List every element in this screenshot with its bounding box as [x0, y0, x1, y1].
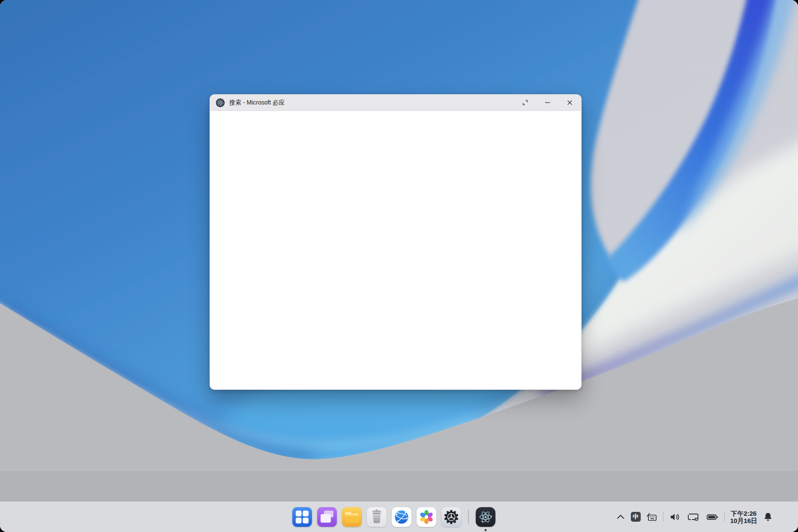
- dock-item-multitasking-view[interactable]: [317, 507, 337, 527]
- maximize-icon: [522, 99, 528, 106]
- battery-icon: [706, 512, 719, 522]
- dock-item-trash[interactable]: [367, 507, 387, 527]
- app-grid-icon: [292, 507, 312, 527]
- window-title: 搜索 - Microsoft 必应: [229, 99, 285, 107]
- trash-can-icon: [367, 507, 387, 527]
- onscreen-keyboard-button[interactable]: [646, 512, 657, 522]
- globe-network-icon: [392, 507, 411, 527]
- volume-button[interactable]: [669, 512, 681, 522]
- atom-icon: [476, 507, 495, 527]
- volume-icon: [669, 512, 681, 522]
- dock-separator: [468, 510, 469, 524]
- dock-item-app-store[interactable]: [417, 507, 436, 527]
- minimize-button[interactable]: [538, 95, 556, 111]
- dock-item-app-grid[interactable]: [292, 507, 312, 527]
- tray-separator: [663, 512, 663, 522]
- gear-icon: [441, 507, 461, 527]
- bell-icon: [763, 511, 773, 523]
- tray-separator: [724, 512, 725, 522]
- browser-window: 搜索 - Microsoft 必应: [210, 94, 582, 390]
- close-button[interactable]: [561, 95, 579, 111]
- page-content-blank: [210, 111, 581, 389]
- close-icon: [567, 99, 573, 106]
- battery-button[interactable]: [706, 512, 719, 522]
- dock: [292, 507, 495, 527]
- dock-item-electron-app[interactable]: [476, 507, 495, 527]
- tray-expand-button[interactable]: [616, 513, 625, 521]
- running-indicator-dot: [485, 529, 487, 531]
- flower-pinwheel-icon: [417, 507, 436, 527]
- input-method-badge: 中: [631, 512, 641, 522]
- taskbar: 中: [0, 501, 798, 532]
- clock-time: 下午2:26: [731, 510, 756, 517]
- dock-item-file-manager[interactable]: [342, 507, 362, 527]
- notification-center-button[interactable]: [763, 511, 773, 523]
- input-method-indicator[interactable]: 中: [631, 512, 641, 522]
- display-cast-button[interactable]: [687, 512, 700, 522]
- onscreen-keyboard-icon: [646, 512, 657, 522]
- overlapping-windows-icon: [317, 507, 337, 527]
- dock-item-control-center[interactable]: [441, 507, 461, 527]
- folder-icon: [342, 507, 362, 527]
- system-tray: 中: [616, 510, 773, 524]
- maximize-button[interactable]: [516, 95, 534, 111]
- launcher-ring-icon[interactable]: [6, 509, 21, 524]
- desktop-screen: 搜索 - Microsoft 必应: [0, 0, 798, 532]
- window-titlebar[interactable]: 搜索 - Microsoft 必应: [210, 95, 581, 111]
- minimize-icon: [544, 99, 551, 106]
- electron-logo-icon: [216, 98, 225, 108]
- display-cast-icon: [687, 512, 700, 522]
- chevron-up-icon: [616, 513, 625, 521]
- dock-item-browser[interactable]: [392, 507, 411, 527]
- clock-date: 10月16日: [730, 517, 757, 524]
- clock[interactable]: 下午2:26 10月16日: [730, 510, 757, 524]
